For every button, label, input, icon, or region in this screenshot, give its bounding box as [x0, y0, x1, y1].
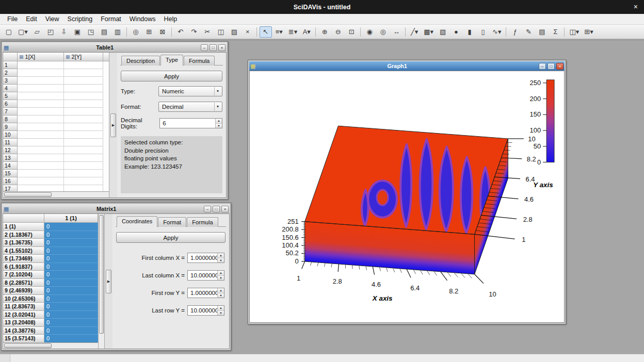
- table1-minimize-button[interactable]: –: [201, 44, 208, 51]
- table-cell[interactable]: [18, 108, 64, 116]
- spin-up-icon[interactable]: ▲: [216, 119, 222, 124]
- matrix-cell[interactable]: 0: [44, 295, 98, 303]
- plot-bars-icon[interactable]: ▮: [463, 26, 476, 38]
- table-cell[interactable]: [64, 77, 103, 85]
- row-header[interactable]: 8: [3, 116, 18, 123]
- matrix-cell[interactable]: 0: [44, 231, 98, 239]
- column-header-1x[interactable]: ▦ 1[X]: [18, 53, 64, 61]
- table-cell[interactable]: [64, 69, 103, 77]
- row-header[interactable]: 1: [3, 61, 18, 69]
- spin-down-icon[interactable]: ▼: [218, 276, 224, 281]
- curve-list-dropdown-icon[interactable]: ≣▾: [286, 26, 299, 38]
- apply-button[interactable]: Apply: [121, 71, 222, 81]
- notes-icon[interactable]: ▤: [536, 26, 548, 38]
- matrix-cell[interactable]: 0: [44, 335, 98, 342]
- menu-item[interactable]: Scripting: [63, 14, 97, 24]
- table-cell[interactable]: [64, 185, 103, 191]
- plot-wizard-dropdown-icon[interactable]: ▩▾: [422, 26, 436, 38]
- new-project-icon[interactable]: ▢: [3, 26, 15, 38]
- matrix-row-header[interactable]: 14 (3.38776): [3, 327, 44, 335]
- format-combobox[interactable]: Decimal ▾: [158, 102, 222, 112]
- graph1-minimize-button[interactable]: –: [539, 63, 546, 70]
- table-cell[interactable]: [64, 108, 103, 116]
- column-header-2y[interactable]: ▦ 2[Y]: [64, 53, 103, 61]
- plot-columns-icon[interactable]: ▯: [477, 26, 489, 38]
- menu-item[interactable]: File: [3, 14, 22, 24]
- table-cell[interactable]: [64, 116, 103, 123]
- find-icon[interactable]: ◎: [130, 26, 142, 38]
- table-cell[interactable]: [64, 85, 103, 92]
- lock-icon[interactable]: ⊠: [156, 26, 169, 38]
- table-cell[interactable]: [18, 116, 64, 123]
- scrollbar-thumb[interactable]: [4, 192, 52, 197]
- row-header[interactable]: 11: [3, 139, 18, 146]
- menu-item[interactable]: Format: [96, 14, 125, 24]
- table-cell[interactable]: [18, 61, 64, 69]
- screen-reader-icon[interactable]: ◉: [363, 26, 376, 38]
- row-header[interactable]: 17: [3, 185, 18, 191]
- spin-up-icon[interactable]: ▲: [218, 288, 224, 293]
- table-cell[interactable]: [18, 123, 64, 131]
- row-header[interactable]: 14: [3, 162, 18, 170]
- plot-curve-dropdown-icon[interactable]: ∿▾: [490, 26, 503, 38]
- undo-icon[interactable]: ↶: [174, 26, 187, 38]
- table-cell[interactable]: [64, 177, 103, 185]
- spin-down-icon[interactable]: ▼: [218, 258, 224, 263]
- last-column-x-spinbox[interactable]: 10.00000000 ▲▼: [187, 270, 224, 281]
- graph1-maximize-button[interactable]: □: [548, 63, 555, 70]
- row-header[interactable]: 5: [3, 92, 18, 100]
- menu-item[interactable]: Help: [160, 14, 182, 24]
- zoom-out-icon[interactable]: ⊖: [332, 26, 344, 38]
- matrix-column-header[interactable]: 1 (1): [44, 214, 98, 223]
- row-header[interactable]: 10: [3, 131, 18, 139]
- apply-button[interactable]: Apply: [116, 232, 226, 243]
- table-cell[interactable]: [64, 154, 103, 162]
- matrix-cell[interactable]: 0: [44, 327, 98, 335]
- row-header[interactable]: 13: [3, 154, 18, 162]
- matrix-cell[interactable]: 0: [44, 263, 98, 271]
- table-cell[interactable]: [64, 146, 103, 154]
- import-ascii-icon[interactable]: ⇩: [58, 26, 70, 38]
- pointer-icon[interactable]: ↖: [260, 26, 272, 38]
- menu-item[interactable]: Windows: [125, 14, 160, 24]
- redo-icon[interactable]: ↷: [188, 26, 200, 38]
- table-cell[interactable]: [18, 170, 64, 177]
- select-range-icon[interactable]: ↔: [390, 26, 403, 38]
- matrix-row-header[interactable]: 8 (2.28571): [3, 279, 44, 287]
- table-cell[interactable]: [64, 100, 103, 108]
- matrix-cell[interactable]: 0: [44, 223, 98, 231]
- table-cell[interactable]: [18, 100, 64, 108]
- add-image-icon[interactable]: ▧: [437, 26, 449, 38]
- tab-format[interactable]: Format: [158, 217, 186, 227]
- table1-maximize-button[interactable]: □: [210, 44, 217, 51]
- table-cell[interactable]: [18, 139, 64, 146]
- table-cell[interactable]: [64, 162, 103, 170]
- spin-down-icon[interactable]: ▼: [218, 293, 224, 298]
- last-row-y-spinbox[interactable]: 10.00000000 ▲▼: [187, 305, 224, 316]
- graph1-titlebar[interactable]: ▦ Graph1 – □ ×: [249, 61, 565, 71]
- spin-down-icon[interactable]: ▼: [218, 311, 224, 316]
- type-combobox[interactable]: Numeric ▾: [158, 86, 222, 96]
- table-cell[interactable]: [18, 77, 64, 85]
- table-cell[interactable]: [18, 185, 64, 191]
- draw-line-dropdown-icon[interactable]: ╱▾: [408, 26, 421, 38]
- scrollbar-thumb[interactable]: [4, 343, 52, 348]
- delete-icon[interactable]: ×: [242, 26, 254, 38]
- first-column-x-spinbox[interactable]: 1.000000000 ▲▼: [187, 253, 224, 263]
- paste-icon[interactable]: ▨: [228, 26, 240, 38]
- row-header[interactable]: 16: [3, 177, 18, 185]
- table-cell[interactable]: [18, 162, 64, 170]
- matrix1-maximize-button[interactable]: □: [213, 206, 220, 212]
- table1-hscrollbar[interactable]: [3, 191, 109, 198]
- add-function-icon[interactable]: ƒ: [509, 26, 521, 38]
- export-pdf-icon[interactable]: ▥: [111, 26, 124, 38]
- first-row-y-spinbox[interactable]: 1.000000000 ▲▼: [187, 288, 224, 298]
- row-header[interactable]: 3: [3, 77, 18, 85]
- matrix1-minimize-button[interactable]: –: [204, 206, 211, 212]
- table-cell[interactable]: [64, 170, 103, 177]
- table-cell[interactable]: [64, 92, 103, 100]
- copy-icon[interactable]: ◫: [215, 26, 227, 38]
- data-reader-icon[interactable]: ◎: [377, 26, 389, 38]
- matrix-cell[interactable]: 0: [44, 247, 98, 255]
- matrix-row-header[interactable]: 4 (1.55102): [3, 247, 44, 255]
